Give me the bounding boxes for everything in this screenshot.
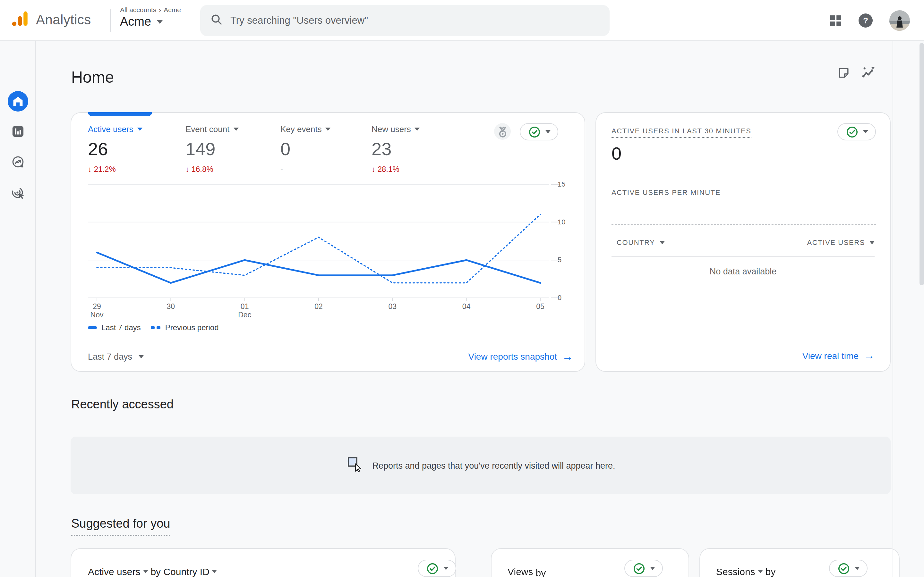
check-circle-icon bbox=[426, 562, 439, 575]
data-quality-pill[interactable] bbox=[418, 560, 456, 577]
search-input[interactable] bbox=[230, 15, 599, 26]
nav-home-icon[interactable] bbox=[7, 91, 28, 114]
breadcrumb[interactable]: All accounts › Acme bbox=[120, 6, 181, 13]
card-title: Views by bbox=[507, 566, 546, 577]
x-tick-label: 03 bbox=[389, 303, 397, 310]
check-circle-icon bbox=[837, 562, 850, 575]
recently-accessed-heading: Recently accessed bbox=[71, 398, 174, 412]
check-circle-icon bbox=[632, 562, 645, 575]
data-quality-pill[interactable] bbox=[624, 560, 663, 577]
chevron-down-icon bbox=[326, 127, 331, 131]
product-name: Analytics bbox=[36, 12, 91, 27]
search-bar[interactable] bbox=[200, 5, 610, 36]
check-circle-icon bbox=[528, 125, 541, 138]
view-reports-snapshot-link[interactable]: View reports snapshot → bbox=[468, 351, 573, 362]
view-real-time-link[interactable]: View real time → bbox=[803, 350, 875, 361]
card-title: Active users by Country ID bbox=[88, 566, 217, 577]
chevron-down-icon bbox=[233, 127, 238, 131]
left-nav bbox=[0, 41, 36, 577]
suggestion-card-sessions[interactable]: Sessions by bbox=[699, 548, 900, 577]
realtime-value: 0 bbox=[612, 143, 622, 164]
metric-key-events: Key events 0 - bbox=[280, 124, 331, 174]
chevron-down-icon bbox=[863, 130, 868, 133]
suggested-heading: Suggested for you bbox=[71, 517, 170, 536]
main-content: Home bbox=[36, 41, 924, 577]
topbar-divider bbox=[110, 9, 111, 32]
svg-text:?: ? bbox=[863, 16, 868, 25]
metric-change: - bbox=[280, 165, 331, 174]
benchmark-medal-icon[interactable] bbox=[494, 123, 511, 140]
chevron-down-icon bbox=[545, 130, 550, 133]
recently-accessed-panel: Reports and pages that you've recently v… bbox=[71, 437, 891, 494]
metric-selector[interactable]: New users bbox=[372, 124, 420, 134]
table-header-divider bbox=[612, 256, 875, 257]
active-users-column-header[interactable]: ACTIVE USERS bbox=[807, 239, 875, 246]
scrollbar-thumb[interactable] bbox=[919, 43, 924, 285]
time-range-selector[interactable]: Last 7 days bbox=[88, 351, 144, 361]
y-tick-label: 0 bbox=[557, 293, 577, 301]
nav-advertising-icon[interactable] bbox=[11, 187, 24, 202]
search-icon bbox=[210, 13, 223, 28]
chevron-down-icon bbox=[660, 241, 665, 244]
metric-value: 149 bbox=[186, 139, 238, 160]
chevron-down-icon bbox=[855, 567, 859, 570]
chevron-down-icon bbox=[869, 241, 875, 244]
x-tick-sublabel: Dec bbox=[238, 311, 251, 319]
page-title: Home bbox=[71, 68, 114, 87]
breadcrumb-chevron-icon: › bbox=[159, 6, 161, 13]
avatar[interactable] bbox=[889, 10, 910, 31]
x-tick-label: 04 bbox=[462, 303, 471, 310]
country-column-header[interactable]: COUNTRY bbox=[617, 239, 665, 246]
note-icon[interactable] bbox=[837, 65, 851, 81]
top-bar: Analytics All accounts › Acme Acme bbox=[0, 0, 924, 41]
check-circle-icon bbox=[845, 125, 858, 138]
x-tick-sublabel: Nov bbox=[90, 311, 103, 319]
x-tick-label: 02 bbox=[314, 303, 323, 310]
x-tick-label: 30 bbox=[167, 303, 175, 310]
analytics-logo[interactable]: Analytics bbox=[10, 9, 91, 31]
insights-icon[interactable] bbox=[861, 65, 877, 81]
apps-grid-icon[interactable] bbox=[830, 15, 842, 27]
suggestion-card-views[interactable]: Views by bbox=[491, 548, 689, 577]
chevron-down-icon[interactable] bbox=[143, 570, 148, 573]
chevron-down-icon bbox=[443, 567, 448, 570]
arrow-right-icon: → bbox=[562, 351, 573, 362]
chevron-down-icon bbox=[650, 567, 655, 570]
metric-value: 0 bbox=[280, 139, 331, 160]
chevron-down-icon[interactable] bbox=[212, 570, 217, 573]
breadcrumb-current[interactable]: Acme bbox=[164, 6, 181, 13]
overview-card-footer: Last 7 days View reports snapshot → bbox=[88, 346, 573, 367]
nav-reports-icon[interactable] bbox=[11, 125, 24, 140]
suggestion-card-active-users-by-country[interactable]: Active users by Country ID bbox=[71, 548, 456, 577]
legend-last-7-days: Last 7 days bbox=[88, 323, 141, 332]
chevron-down-icon[interactable] bbox=[758, 570, 763, 573]
analytics-home-page: Analytics All accounts › Acme Acme bbox=[0, 0, 924, 577]
active-tab-indicator bbox=[88, 112, 152, 116]
data-quality-pill[interactable] bbox=[520, 123, 558, 140]
page-actions bbox=[837, 65, 877, 81]
recently-accessed-message: Reports and pages that you've recently v… bbox=[372, 461, 615, 470]
chevron-down-icon bbox=[415, 127, 420, 131]
cursor-click-icon bbox=[346, 455, 364, 476]
metric-selector[interactable]: Event count bbox=[186, 124, 238, 134]
metric-value: 26 bbox=[88, 139, 142, 160]
metric-selector[interactable]: Active users bbox=[88, 124, 142, 134]
metric-event-count: Event count 149 ↓ 16.8% bbox=[186, 124, 238, 174]
scrollbar-gutter-border bbox=[893, 41, 893, 577]
metric-active-users: Active users 26 ↓ 21.2% bbox=[88, 124, 142, 174]
x-tick-label: 05 bbox=[536, 303, 544, 310]
account-block: All accounts › Acme Acme bbox=[120, 6, 181, 29]
data-quality-pill[interactable] bbox=[837, 123, 876, 140]
help-icon[interactable]: ? bbox=[859, 13, 873, 27]
data-quality-pill[interactable] bbox=[829, 560, 867, 577]
metric-change: ↓ 16.8% bbox=[186, 165, 238, 174]
metric-selector[interactable]: Key events bbox=[280, 124, 331, 134]
nav-explore-icon[interactable] bbox=[11, 156, 24, 171]
account-selector[interactable]: Acme bbox=[120, 15, 181, 29]
breadcrumb-root[interactable]: All accounts bbox=[120, 6, 156, 13]
dashed-line-swatch bbox=[151, 327, 161, 329]
chart-legend: Last 7 days Previous period bbox=[88, 323, 219, 332]
x-tick-label: 29 bbox=[93, 303, 101, 310]
y-tick-label: 5 bbox=[557, 256, 577, 263]
metric-new-users: New users 23 ↓ 28.1% bbox=[372, 124, 420, 174]
